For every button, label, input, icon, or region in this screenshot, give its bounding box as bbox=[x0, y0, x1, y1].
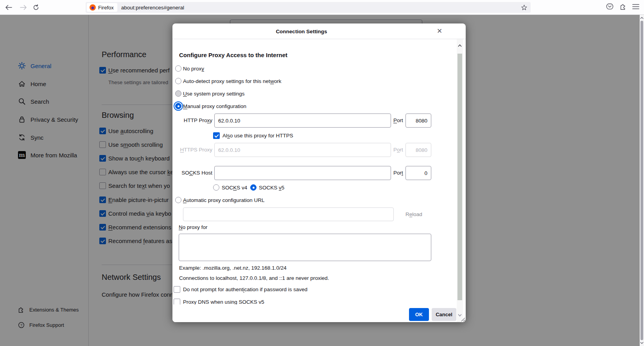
cancel-button[interactable]: Cancel bbox=[432, 308, 456, 321]
dialog-scroll-up-icon[interactable] bbox=[457, 42, 463, 49]
checkbox-no-auth-prompt-label[interactable]: Do not prompt for authentication if pass… bbox=[183, 287, 307, 292]
forward-icon bbox=[20, 5, 27, 10]
pocket-icon bbox=[606, 3, 614, 10]
bookmark-star-button[interactable] bbox=[521, 4, 527, 11]
localhost-note: Connections to localhost, 127.0.0.1/8, a… bbox=[179, 275, 329, 281]
http-port-input[interactable] bbox=[405, 114, 431, 128]
http-proxy-label: HTTP Proxy bbox=[172, 114, 212, 128]
radio-label-socks-v4[interactable]: SOCKS v4 bbox=[222, 185, 247, 191]
back-button[interactable] bbox=[3, 2, 14, 13]
proxy-heading: Configure Proxy Access to the Internet bbox=[179, 52, 287, 58]
radio-label-manual-proxy[interactable]: Manual proxy configuration bbox=[183, 103, 246, 109]
scroll-up-icon[interactable] bbox=[640, 15, 644, 21]
extensions-button[interactable] bbox=[620, 3, 627, 12]
ok-button[interactable]: OK bbox=[409, 308, 429, 321]
browser-toolbar: Firefox about:preferences#general bbox=[0, 0, 644, 15]
radio-label-system-proxy[interactable]: Use system proxy settings bbox=[183, 91, 245, 97]
forward-button[interactable] bbox=[18, 2, 29, 13]
socks-port-label: Port bbox=[393, 166, 403, 180]
https-port-label: Port bbox=[393, 143, 403, 157]
radio-socks-v4[interactable] bbox=[213, 184, 219, 191]
window-scrollbar-thumb[interactable] bbox=[640, 21, 643, 340]
radio-manual-proxy[interactable] bbox=[175, 103, 181, 109]
dialog-title: Connection Settings bbox=[276, 29, 327, 34]
radio-system-proxy[interactable] bbox=[175, 90, 181, 97]
window-scrollbar[interactable] bbox=[640, 15, 644, 346]
close-icon[interactable]: ✕ bbox=[435, 27, 444, 36]
http-port-label: Port bbox=[393, 114, 403, 128]
address-text[interactable]: about:preferences#general bbox=[121, 5, 521, 11]
https-port-input bbox=[405, 143, 431, 157]
checkbox-also-https-label[interactable]: Also use this proxy for HTTPS bbox=[222, 133, 293, 139]
radio-socks-v5[interactable] bbox=[250, 184, 257, 191]
scroll-down-icon[interactable] bbox=[640, 340, 644, 346]
dialog-scrollbar[interactable] bbox=[457, 39, 463, 322]
no-proxy-example-note: Example: .mozilla.org, .net.nz, 192.168.… bbox=[179, 265, 287, 271]
checkbox-proxy-dns-label[interactable]: Proxy DNS when using SOCKS v5 bbox=[183, 299, 264, 305]
checkbox-also-https[interactable] bbox=[213, 132, 220, 139]
no-proxy-for-label: No proxy for bbox=[179, 224, 208, 230]
radio-no-proxy[interactable] bbox=[175, 65, 181, 72]
back-icon bbox=[5, 5, 12, 10]
dialog-footer: OK Cancel bbox=[172, 305, 457, 322]
radio-label-auto-detect[interactable]: Auto-detect proxy settings for this netw… bbox=[183, 78, 281, 84]
resize-grip[interactable] bbox=[460, 316, 465, 322]
connection-settings-dialog: Connection Settings ✕ Configure Proxy Ac… bbox=[172, 23, 466, 322]
http-proxy-input[interactable] bbox=[214, 114, 391, 128]
radio-auto-detect[interactable] bbox=[175, 78, 181, 84]
menu-icon bbox=[632, 4, 639, 9]
url-bar[interactable]: Firefox about:preferences#general bbox=[86, 2, 531, 13]
https-proxy-label: HTTPS Proxy bbox=[172, 143, 212, 157]
no-proxy-for-textarea[interactable] bbox=[179, 234, 431, 261]
dialog-header: Connection Settings bbox=[172, 23, 466, 39]
menu-button[interactable] bbox=[632, 4, 639, 11]
reload-button[interactable] bbox=[30, 2, 41, 13]
site-identity-label: Firefox bbox=[98, 5, 114, 11]
firefox-window: Firefox about:preferences#general bbox=[0, 0, 644, 346]
radio-auto-url[interactable] bbox=[175, 197, 181, 203]
auto-url-input bbox=[183, 207, 394, 221]
firefox-favicon-icon bbox=[90, 4, 96, 11]
reload-button[interactable]: Reload bbox=[405, 207, 422, 221]
radio-label-socks-v5[interactable]: SOCKS v5 bbox=[259, 185, 284, 191]
radio-label-no-proxy[interactable]: No proxy bbox=[183, 66, 204, 72]
checkbox-no-auth-prompt[interactable] bbox=[174, 286, 180, 293]
dialog-scrollbar-thumb[interactable] bbox=[457, 54, 462, 300]
https-proxy-input bbox=[214, 143, 391, 157]
socks-port-input[interactable] bbox=[405, 166, 431, 180]
bookmark-star-icon bbox=[521, 4, 527, 11]
pocket-button[interactable] bbox=[606, 3, 614, 12]
socks-host-input[interactable] bbox=[214, 166, 391, 180]
reload-icon bbox=[33, 4, 39, 11]
socks-host-label: SOCKS Host bbox=[172, 166, 212, 180]
radio-label-auto-url[interactable]: Automatic proxy configuration URL bbox=[183, 197, 265, 203]
site-identity-chip[interactable]: Firefox bbox=[87, 3, 117, 12]
extensions-icon bbox=[620, 3, 627, 10]
